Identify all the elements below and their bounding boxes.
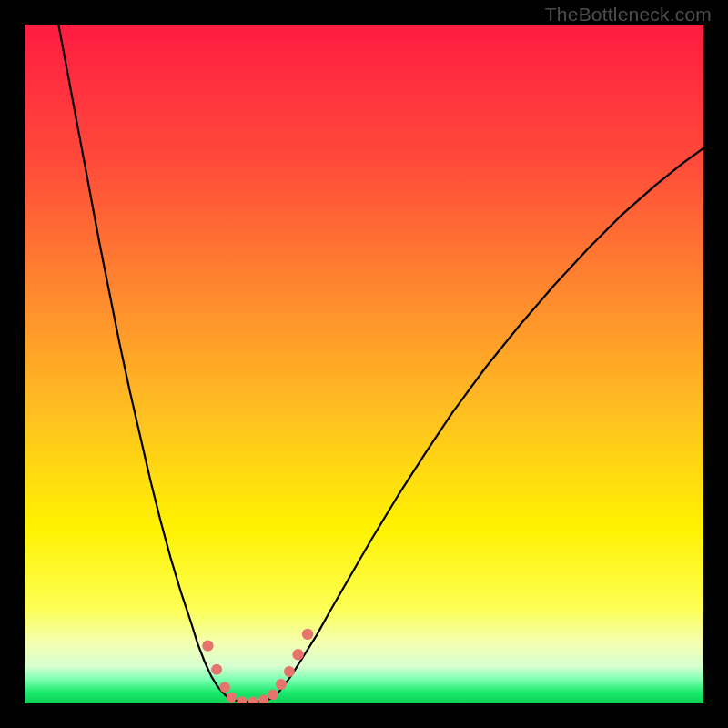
- data-marker: [276, 679, 287, 690]
- watermark-text: TheBottleneck.com: [545, 4, 712, 25]
- series-right-curve: [271, 148, 703, 699]
- data-marker: [202, 640, 213, 651]
- curves-layer: [25, 25, 703, 703]
- data-marker: [284, 666, 295, 677]
- data-marker: [227, 693, 237, 703]
- data-marker: [248, 696, 258, 703]
- data-marker: [219, 682, 230, 693]
- chart-frame: TheBottleneck.com: [0, 0, 728, 728]
- plot-area: [25, 25, 703, 703]
- data-marker: [268, 690, 278, 701]
- series-left-curve: [58, 25, 229, 699]
- data-marker: [292, 649, 303, 660]
- data-marker: [211, 664, 222, 675]
- data-marker: [302, 629, 313, 640]
- data-marker: [237, 696, 247, 703]
- data-marker: [258, 694, 268, 703]
